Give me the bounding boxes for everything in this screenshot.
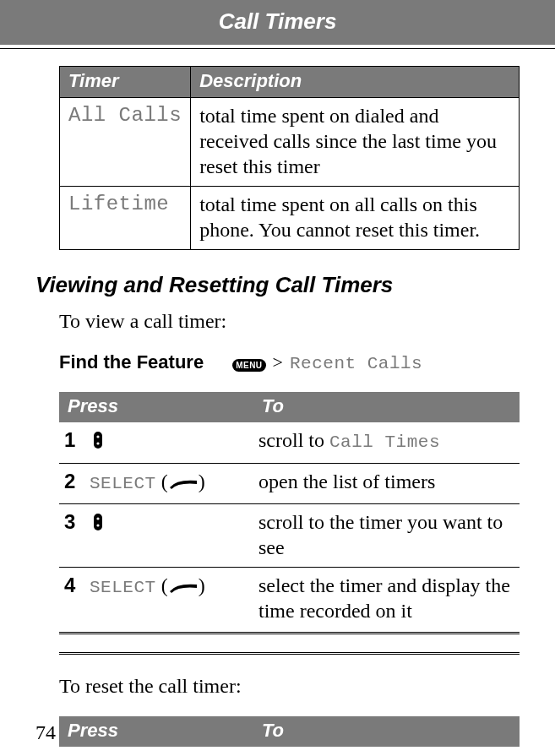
step-number: 4 (59, 568, 84, 634)
svg-rect-0 (94, 432, 102, 449)
header-rule (0, 48, 555, 49)
softkey-label: SELECT (90, 474, 156, 493)
svg-point-5 (96, 524, 99, 526)
softkey-icon (168, 471, 199, 497)
step-number: 2 (59, 464, 84, 504)
intro-view: To view a call timer: (59, 310, 520, 333)
table-row: All Calls total time spent on dialed and… (60, 98, 520, 187)
timer-desc: total time spent on all calls on this ph… (191, 187, 520, 250)
col-header-press: Press (59, 716, 253, 747)
content-area: Timer Description All Calls total time s… (0, 66, 555, 756)
step-number: 1 (59, 747, 84, 756)
page-header: Call Timers (0, 0, 555, 45)
step-row: 2 SELECT () open the list of timers (59, 464, 520, 504)
reset-steps-table: Press To 1 RESET () reset the time (if a… (59, 716, 520, 756)
step-number: 3 (59, 504, 84, 568)
step-to-mono: Call Times (329, 432, 440, 452)
col-header-timer: Timer (60, 67, 191, 98)
step-to: reset the time (if available) (253, 747, 520, 756)
find-feature-path: MENU > Recent Calls (232, 351, 422, 373)
col-header-description: Description (191, 67, 520, 98)
col-header-to: To (253, 716, 520, 747)
softkey-label: SELECT (90, 578, 156, 597)
scroll-icon (90, 512, 106, 538)
step-to: open the list of timers (253, 464, 520, 504)
find-feature-label: Find the Feature (59, 351, 204, 373)
find-the-feature: Find the Feature MENU > Recent Calls (59, 351, 520, 373)
timer-name: Lifetime (60, 187, 191, 250)
paren: ( (161, 574, 168, 596)
step-to: scroll to the timer you want to see (253, 504, 520, 568)
paren: ) (199, 470, 205, 492)
step-row: 4 SELECT () select the timer and display… (59, 568, 520, 634)
step-to: scroll to Call Times (253, 422, 520, 464)
menu-key-icon: MENU (232, 359, 265, 372)
timer-name: All Calls (60, 98, 191, 187)
softkey-icon (168, 575, 199, 601)
step-press: SELECT () (84, 464, 253, 504)
page-title: Call Timers (219, 8, 337, 34)
scroll-icon (90, 430, 106, 456)
step-row: 1 RESET () reset the time (if available) (59, 747, 520, 756)
step-to: select the timer and display the time re… (253, 568, 520, 634)
timer-desc: total time spent on dialed and received … (191, 98, 520, 187)
page-number: 74 (35, 721, 56, 744)
col-header-press: Press (59, 392, 253, 422)
table-end-rule (59, 652, 520, 655)
timer-description-table: Timer Description All Calls total time s… (59, 66, 520, 250)
step-press: SELECT () (84, 568, 253, 634)
path-separator: > (269, 351, 286, 373)
step-number: 1 (59, 422, 84, 464)
col-header-to: To (253, 392, 520, 422)
path-item: Recent Calls (290, 354, 422, 373)
view-steps-table: Press To 1 scroll to Call Times 2 (59, 392, 520, 634)
svg-rect-3 (94, 514, 102, 530)
svg-point-1 (96, 435, 99, 438)
step-row: 1 scroll to Call Times (59, 422, 520, 464)
step-to-text: scroll to (258, 429, 324, 451)
paren: ) (199, 574, 205, 596)
step-press (84, 504, 253, 568)
paren: ( (161, 470, 168, 492)
section-heading: Viewing and Resetting Call Timers (35, 272, 520, 298)
table-row: Lifetime total time spent on all calls o… (60, 187, 520, 250)
step-press: RESET () (84, 747, 253, 756)
svg-point-2 (96, 442, 99, 444)
step-press (84, 422, 253, 464)
svg-point-4 (96, 517, 99, 519)
intro-reset: To reset the call timer: (59, 675, 520, 698)
step-row: 3 scroll to the timer you want to see (59, 504, 520, 568)
